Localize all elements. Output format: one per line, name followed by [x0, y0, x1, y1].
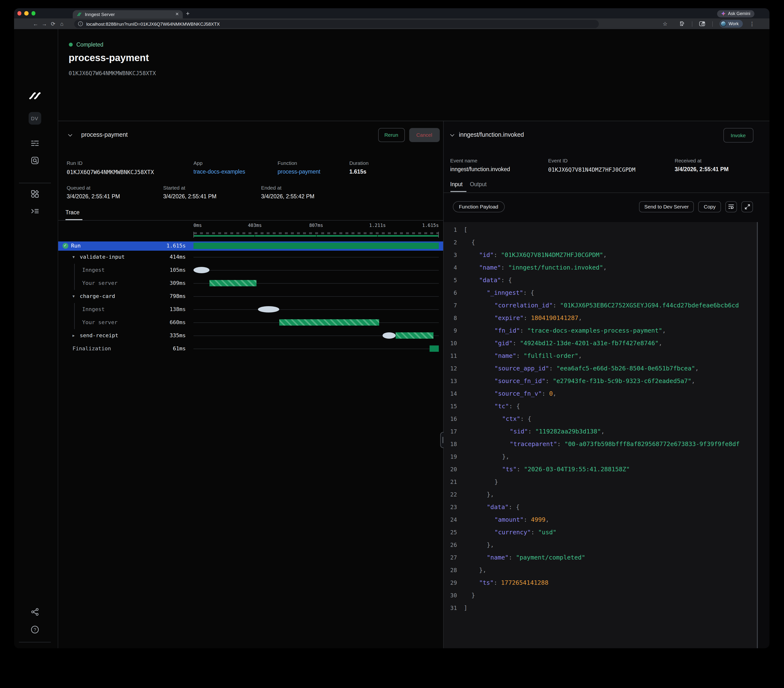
minimize-window-button[interactable] — [24, 11, 28, 15]
home-button[interactable]: ⌂ — [58, 21, 66, 27]
send-to-dev-server-button[interactable]: Send to Dev Server — [639, 201, 694, 212]
trace-row-finalization[interactable]: Finalization61ms — [58, 342, 443, 355]
copy-button[interactable]: Copy — [698, 201, 721, 212]
span-duration: 309ms — [170, 280, 186, 286]
close-window-button[interactable] — [17, 11, 21, 15]
timeline-minimap[interactable] — [193, 232, 439, 237]
dev-server-log-icon[interactable] — [31, 207, 38, 215]
invoke-button[interactable]: Invoke — [723, 128, 753, 142]
tab-input[interactable]: Input — [450, 181, 463, 187]
line-number: 8 — [443, 314, 464, 321]
span-bar[interactable] — [382, 332, 395, 339]
chevron-down-icon[interactable]: ▾ — [72, 294, 75, 299]
trace-tabrow-border — [58, 220, 443, 221]
browser-tab-bar: Inngest Server ✕ + Ask Gemini — [14, 8, 769, 18]
expand-icon[interactable] — [741, 201, 753, 212]
browser-tab[interactable]: Inngest Server ✕ — [73, 10, 183, 18]
trace-row-charge-card[interactable]: ▾charge-card798ms — [58, 290, 443, 303]
line-number: 24 — [443, 516, 464, 523]
code-line: 21} — [443, 476, 757, 488]
tab-search-icon[interactable] — [699, 21, 705, 27]
app-link[interactable]: trace-docs-examples — [193, 168, 245, 174]
apps-icon[interactable] — [31, 190, 38, 198]
code-line: 11"name": "fulfill-order", — [443, 349, 757, 362]
span-label: Inngest — [82, 267, 105, 273]
address-bar[interactable]: i localhost:8288/run?runID=01KJX6Q7W64NM… — [74, 20, 599, 28]
chevron-right-icon[interactable]: ▸ — [72, 333, 75, 338]
zoom-window-button[interactable] — [31, 11, 35, 15]
help-icon[interactable]: ? — [31, 625, 39, 634]
code-scrollbar[interactable] — [757, 222, 758, 648]
forward-button[interactable]: → — [40, 21, 49, 27]
axis-label: 403ms — [248, 222, 262, 228]
runs-filter-icon[interactable] — [31, 140, 38, 147]
span-timeline — [193, 290, 439, 303]
span-timeline — [193, 303, 439, 316]
span-bar[interactable] — [395, 332, 433, 339]
rerun-button[interactable]: Rerun — [378, 128, 405, 142]
tab-output[interactable]: Output — [470, 181, 486, 187]
back-button[interactable]: ← — [31, 21, 40, 27]
span-label: Inngest — [82, 306, 105, 313]
timeline-track — [193, 257, 439, 257]
trace-row-your-server[interactable]: Your server660ms — [58, 316, 443, 329]
span-bar[interactable] — [193, 243, 439, 249]
extensions-icon[interactable] — [679, 21, 685, 27]
span-bar[interactable] — [209, 280, 257, 286]
word-wrap-icon[interactable] — [725, 201, 737, 212]
timeline-axis: 0ms403ms807ms1.211s1.615s — [193, 222, 439, 229]
browser-menu-icon[interactable]: ⋮ — [749, 21, 755, 27]
avatar — [720, 21, 726, 27]
gemini-sparkle-icon — [721, 12, 726, 16]
environment-badge[interactable]: DV — [28, 112, 41, 125]
span-bar[interactable] — [258, 306, 279, 313]
collapse-chevron-icon[interactable] — [450, 132, 454, 136]
app-sidebar: DV — [14, 29, 58, 648]
line-number: 4 — [443, 264, 464, 271]
trace-row-validate-input[interactable]: ▾validate-input414ms — [58, 250, 443, 263]
url-text[interactable]: localhost:8288/run?runID=01KJX6Q7W64NMKM… — [86, 21, 220, 26]
event-name-label: Event name — [450, 157, 477, 163]
code-line: 30} — [443, 589, 757, 601]
event-name-value: inngest/function.invoked — [450, 166, 510, 172]
line-number: 13 — [443, 377, 464, 384]
line-number: 22 — [443, 491, 464, 498]
code-lines[interactable]: 1[2{3"id": "01KJX6Q7V81N4DMZ7HFJ0CGPDM",… — [443, 222, 757, 648]
ask-gemini-button[interactable]: Ask Gemini — [717, 10, 754, 18]
trace-row-send-receipt[interactable]: ▸send-receipt335ms — [58, 329, 443, 342]
trace-row-inngest[interactable]: Inngest138ms — [58, 303, 443, 316]
browser-toolbar: ← → ⟳ ⌂ i localhost:8288/run?runID=01KJX… — [14, 18, 769, 29]
span-bar[interactable] — [430, 346, 439, 352]
new-tab-button[interactable]: + — [186, 10, 189, 17]
axis-label: 807ms — [309, 222, 323, 228]
span-bar[interactable] — [193, 267, 209, 273]
trace-row-your-server[interactable]: Your server309ms — [58, 277, 443, 290]
event-search-icon[interactable] — [31, 156, 38, 165]
line-number: 18 — [443, 441, 464, 447]
profile-chip[interactable]: Work — [719, 20, 743, 28]
tab-close-icon[interactable]: ✕ — [175, 12, 179, 17]
traffic-lights — [17, 11, 35, 15]
collapse-chevron-icon[interactable] — [68, 132, 72, 136]
status-badge: Completed — [76, 42, 103, 48]
function-link[interactable]: process-payment — [278, 168, 320, 174]
span-bar[interactable] — [279, 319, 379, 326]
app-label: App — [193, 160, 203, 166]
span-duration: 660ms — [170, 319, 186, 326]
trace-row-run[interactable]: ✓Run1.615s — [58, 241, 443, 250]
span-label: Finalization — [72, 346, 111, 352]
bookmark-star-icon[interactable]: ☆ — [663, 21, 668, 27]
reload-button[interactable]: ⟳ — [49, 21, 58, 27]
trace-row-inngest[interactable]: Inngest105ms — [58, 263, 443, 277]
code-line: 8"expire": 1804190141287, — [443, 311, 757, 324]
share-icon[interactable] — [31, 608, 38, 616]
chevron-down-icon[interactable]: ▾ — [72, 255, 75, 259]
site-info-icon[interactable]: i — [78, 21, 83, 26]
cancel-button[interactable]: Cancel — [409, 128, 440, 142]
line-number: 25 — [443, 529, 464, 535]
tab-trace[interactable]: Trace — [66, 209, 79, 215]
function-payload-chip[interactable]: Function Payload — [453, 201, 504, 212]
toolbar-separator — [692, 21, 692, 26]
inngest-logo-icon[interactable] — [27, 92, 43, 100]
code-line: 27"name": "payment/completed" — [443, 551, 757, 564]
